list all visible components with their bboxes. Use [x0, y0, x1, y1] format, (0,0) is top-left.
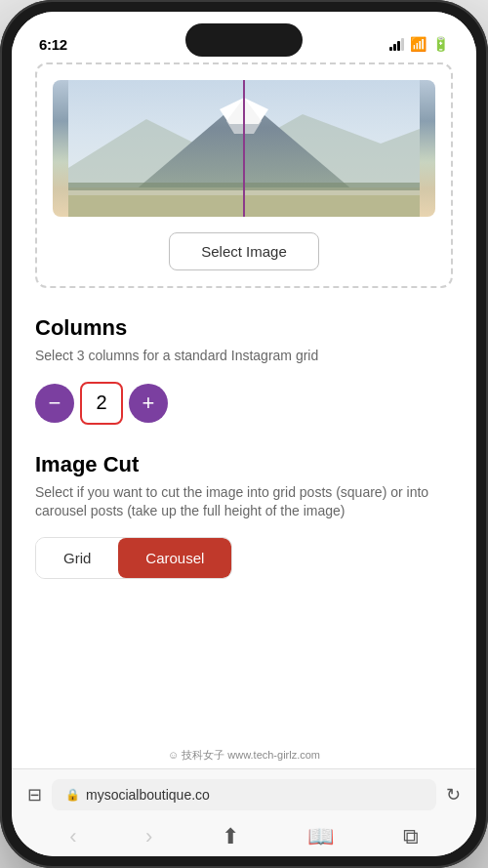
signal-bars-icon: [389, 37, 404, 51]
url-text: mysocialboutique.co: [86, 787, 210, 803]
wifi-icon: 📶: [410, 36, 427, 52]
image-cut-description: Select if you want to cut the image into…: [35, 483, 453, 521]
cut-options-group: Grid Carousel: [35, 537, 232, 579]
status-bar: 6:12 📶 🔋: [12, 12, 476, 62]
share-button[interactable]: ⬆: [222, 824, 239, 849]
url-field[interactable]: 🔒 mysocialboutique.co: [52, 779, 436, 810]
url-bar: ⊟ 🔒 mysocialboutique.co ↻: [12, 769, 476, 820]
dynamic-island: [185, 23, 303, 57]
browser-navigation: ‹ › ⬆ 📖 ⧉: [12, 820, 476, 856]
battery-icon: 🔋: [432, 36, 449, 52]
columns-section: Columns Select 3 columns for a standard …: [35, 315, 453, 425]
image-upload-area: Select Image: [35, 62, 453, 288]
browser-bar: ⊟ 🔒 mysocialboutique.co ↻ ‹ › ⬆ 📖 ⧉: [12, 768, 476, 856]
image-cut-title: Image Cut: [35, 452, 453, 477]
columns-value: 2: [80, 382, 123, 425]
purple-line: [243, 80, 245, 217]
forward-button[interactable]: ›: [145, 824, 152, 849]
carousel-option-button[interactable]: Carousel: [118, 538, 231, 578]
phone-frame: 6:12 📶 🔋: [0, 0, 488, 868]
columns-stepper: − 2 +: [35, 382, 453, 425]
grid-option-button[interactable]: Grid: [36, 538, 118, 578]
image-preview: [53, 80, 435, 217]
watermark: ☺ 技科女子 www.tech-girlz.com: [160, 746, 328, 765]
content-area: Select Image Columns Select 3 columns fo…: [12, 62, 476, 768]
lock-icon: 🔒: [65, 788, 80, 802]
columns-title: Columns: [35, 315, 453, 341]
status-icons: 📶 🔋: [389, 36, 449, 52]
decrement-button[interactable]: −: [35, 384, 74, 423]
columns-description: Select 3 columns for a standard Instagra…: [35, 347, 453, 366]
reload-icon[interactable]: ↻: [446, 784, 461, 806]
select-image-button[interactable]: Select Image: [169, 232, 319, 270]
phone-screen: 6:12 📶 🔋: [12, 12, 476, 856]
tabs-button[interactable]: ⧉: [403, 824, 419, 849]
increment-button[interactable]: +: [129, 384, 168, 423]
back-button[interactable]: ‹: [69, 824, 76, 849]
status-time: 6:12: [39, 36, 67, 53]
bookmarks-button[interactable]: 📖: [307, 824, 334, 849]
image-cut-section: Image Cut Select if you want to cut the …: [35, 452, 453, 579]
tabs-icon[interactable]: ⊟: [27, 784, 42, 806]
